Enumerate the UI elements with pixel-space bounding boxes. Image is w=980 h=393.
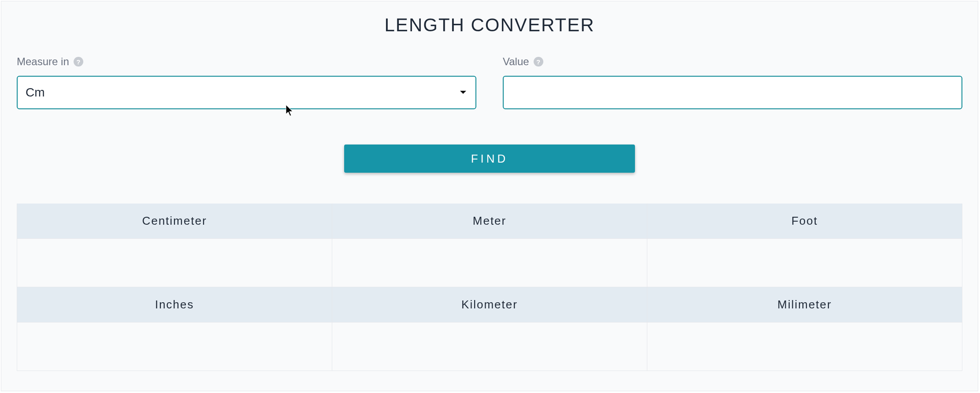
result-cell-kilometer: Kilometer bbox=[332, 287, 647, 371]
result-cell-meter: Meter bbox=[332, 204, 647, 287]
help-icon[interactable]: ? bbox=[534, 57, 543, 67]
result-cell-milimeter: Milimeter bbox=[647, 287, 962, 371]
result-value bbox=[17, 323, 332, 371]
result-header: Meter bbox=[332, 204, 647, 239]
result-header: Centimeter bbox=[17, 204, 332, 239]
result-cell-foot: Foot bbox=[647, 204, 962, 287]
measure-select-wrapper: Cm bbox=[17, 76, 476, 109]
result-cell-inches: Inches bbox=[17, 287, 332, 371]
value-label: Value bbox=[503, 56, 529, 68]
result-cell-centimeter: Centimeter bbox=[17, 204, 332, 287]
measure-group: Measure in ? Cm bbox=[17, 56, 476, 109]
result-value bbox=[647, 239, 962, 287]
value-label-row: Value ? bbox=[503, 56, 962, 68]
result-value bbox=[332, 323, 647, 371]
find-button[interactable]: FIND bbox=[344, 145, 635, 173]
result-value bbox=[332, 239, 647, 287]
measure-label-row: Measure in ? bbox=[17, 56, 476, 68]
result-header: Foot bbox=[647, 204, 962, 239]
result-header: Milimeter bbox=[647, 287, 962, 323]
result-value bbox=[17, 239, 332, 287]
value-input[interactable] bbox=[503, 76, 962, 109]
measure-selected-value: Cm bbox=[26, 85, 45, 100]
result-header: Inches bbox=[17, 287, 332, 323]
measure-select[interactable]: Cm bbox=[17, 76, 476, 109]
result-header: Kilometer bbox=[332, 287, 647, 323]
measure-label: Measure in bbox=[17, 56, 69, 68]
results-grid: Centimeter Meter Foot Inches Kilometer M… bbox=[17, 204, 962, 371]
help-icon[interactable]: ? bbox=[74, 57, 83, 67]
page-title: LENGTH CONVERTER bbox=[17, 15, 962, 36]
value-group: Value ? bbox=[503, 56, 962, 109]
converter-panel: LENGTH CONVERTER Measure in ? Cm Value ? bbox=[1, 1, 978, 391]
form-row: Measure in ? Cm Value ? bbox=[17, 56, 962, 109]
result-value bbox=[647, 323, 962, 371]
button-row: FIND bbox=[17, 145, 962, 173]
